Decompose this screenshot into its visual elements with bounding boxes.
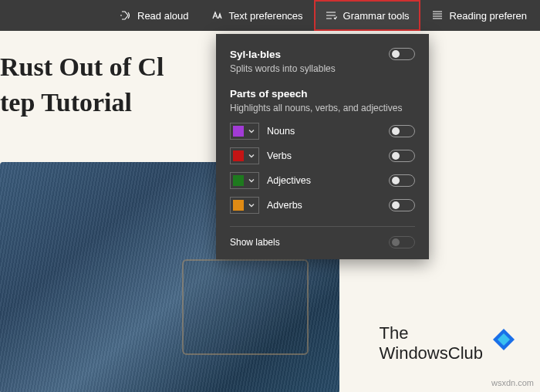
- read-aloud-button[interactable]: Read aloud: [108, 0, 200, 31]
- adverbs-toggle[interactable]: [389, 199, 415, 211]
- reader-toolbar: Read aloud Text preferences Grammar tool…: [0, 0, 540, 31]
- adjectives-label: Adjectives: [267, 175, 381, 186]
- brand-logo-icon: [491, 326, 517, 353]
- read-aloud-label: Read aloud: [137, 10, 189, 22]
- nouns-color-picker[interactable]: [230, 123, 259, 140]
- chevron-down-icon: [248, 177, 255, 184]
- parts-of-speech-subtitle: Highlights all nouns, verbs, and adjecti…: [230, 103, 415, 113]
- verbs-color-picker[interactable]: [230, 147, 259, 164]
- adverbs-color-swatch: [233, 200, 244, 211]
- syllables-subtitle: Splits words into syllables: [230, 63, 415, 74]
- nouns-label: Nouns: [267, 126, 381, 137]
- reading-preferences-label: Reading preferen: [450, 10, 527, 22]
- grammar-tools-panel: Syl·la·bles Splits words into syllables …: [216, 34, 429, 259]
- text-preferences-label: Text preferences: [229, 10, 303, 22]
- pos-row-verbs: Verbs: [230, 147, 415, 164]
- parts-of-speech-list: Nouns Verbs Adjectives: [230, 123, 415, 214]
- text-preferences-icon: [211, 9, 223, 22]
- brand-line2: WindowsClub: [380, 343, 484, 363]
- show-labels-toggle[interactable]: [389, 236, 415, 248]
- adverbs-label: Adverbs: [267, 200, 381, 211]
- brand-line1: The: [380, 323, 484, 343]
- read-aloud-icon: [119, 9, 131, 22]
- grammar-tools-button[interactable]: Grammar tools: [314, 0, 420, 31]
- chevron-down-icon: [248, 152, 255, 160]
- chevron-down-icon: [248, 127, 255, 135]
- adjectives-toggle[interactable]: [389, 174, 415, 187]
- panel-divider: [230, 226, 415, 227]
- grammar-tools-icon: [325, 9, 337, 22]
- text-preferences-button[interactable]: Text preferences: [200, 0, 314, 31]
- show-labels-label: Show labels: [230, 237, 280, 248]
- syllables-title: Syl·la·bles: [230, 49, 281, 60]
- pos-row-nouns: Nouns: [230, 123, 415, 140]
- site-brand: The WindowsClub: [380, 323, 518, 363]
- reading-preferences-icon: [431, 9, 444, 22]
- adjectives-color-swatch: [233, 175, 244, 186]
- nouns-toggle[interactable]: [389, 125, 415, 137]
- pos-row-adverbs: Adverbs: [230, 197, 415, 214]
- verbs-color-swatch: [233, 150, 244, 161]
- syllables-toggle[interactable]: [389, 48, 415, 60]
- adjectives-color-picker[interactable]: [230, 172, 259, 189]
- watermark: wsxdn.com: [491, 378, 534, 387]
- nouns-color-swatch: [233, 126, 244, 137]
- verbs-toggle[interactable]: [389, 150, 415, 162]
- adverbs-color-picker[interactable]: [230, 197, 259, 214]
- brand-text: The WindowsClub: [380, 323, 484, 363]
- parts-of-speech-title: Parts of speech: [230, 88, 415, 100]
- pos-row-adjectives: Adjectives: [230, 172, 415, 189]
- grammar-tools-label: Grammar tools: [343, 10, 410, 22]
- reading-preferences-button[interactable]: Reading preferen: [420, 0, 538, 31]
- verbs-label: Verbs: [267, 150, 381, 161]
- chevron-down-icon: [248, 201, 255, 209]
